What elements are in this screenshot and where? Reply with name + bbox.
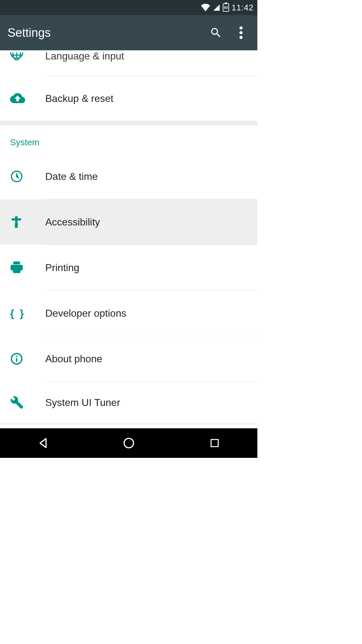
page-title: Settings bbox=[8, 26, 200, 40]
settings-item-label: Accessibility bbox=[45, 216, 100, 228]
wrench-icon bbox=[10, 396, 24, 409]
settings-item-accessibility[interactable]: Accessibility bbox=[0, 199, 257, 245]
settings-item-backup[interactable]: Backup & reset bbox=[0, 76, 257, 121]
cloud-upload-icon bbox=[10, 93, 25, 104]
svg-point-2 bbox=[239, 36, 243, 39]
svg-rect-8 bbox=[17, 223, 18, 228]
home-icon bbox=[123, 437, 135, 449]
section-header-system: System bbox=[0, 125, 257, 154]
svg-rect-14 bbox=[14, 262, 20, 264]
wifi-icon bbox=[201, 4, 210, 11]
settings-item-about[interactable]: About phone bbox=[0, 336, 257, 381]
settings-item-label: System UI Tuner bbox=[45, 397, 120, 408]
settings-item-label: Language & input bbox=[45, 50, 124, 62]
nav-recent-button[interactable] bbox=[196, 434, 233, 452]
search-icon bbox=[210, 26, 222, 39]
info-icon bbox=[10, 352, 23, 365]
svg-point-21 bbox=[124, 438, 134, 448]
settings-item-developer[interactable]: { } Developer options bbox=[0, 291, 257, 336]
svg-point-0 bbox=[239, 26, 243, 30]
settings-item-datetime[interactable]: Date & time bbox=[0, 154, 257, 199]
svg-rect-7 bbox=[15, 223, 16, 228]
overflow-menu-button[interactable] bbox=[232, 24, 250, 42]
settings-item-language[interactable]: Language & input bbox=[0, 50, 257, 75]
search-button[interactable] bbox=[207, 24, 225, 42]
recent-icon bbox=[209, 438, 220, 448]
settings-item-printing[interactable]: Printing bbox=[0, 245, 257, 290]
battery-icon: 83 bbox=[223, 3, 229, 12]
list-end bbox=[0, 423, 257, 425]
accessibility-icon bbox=[10, 215, 23, 229]
svg-point-1 bbox=[239, 31, 243, 34]
section-separator bbox=[0, 121, 257, 125]
clock-icon bbox=[10, 170, 23, 183]
settings-list[interactable]: Language & input Backup & reset System D… bbox=[0, 50, 257, 428]
svg-rect-19 bbox=[16, 358, 17, 362]
settings-item-label: Backup & reset bbox=[45, 93, 113, 104]
svg-point-20 bbox=[16, 356, 18, 357]
status-bar: 83 11:42 bbox=[0, 0, 257, 15]
battery-level: 83 bbox=[224, 6, 228, 9]
settings-item-label: Printing bbox=[45, 262, 80, 274]
nav-home-button[interactable] bbox=[110, 434, 148, 452]
printer-icon bbox=[10, 261, 23, 274]
app-bar: Settings bbox=[0, 15, 257, 50]
globe-icon bbox=[10, 51, 23, 60]
settings-item-tuner[interactable]: System UI Tuner bbox=[0, 382, 257, 423]
status-clock: 11:42 bbox=[232, 3, 254, 13]
signal-icon bbox=[213, 4, 220, 11]
svg-rect-16 bbox=[14, 268, 20, 273]
navigation-bar bbox=[0, 428, 257, 458]
more-vert-icon bbox=[239, 26, 243, 39]
settings-item-label: Developer options bbox=[45, 308, 126, 319]
settings-item-label: Date & time bbox=[45, 171, 98, 182]
nav-back-button[interactable] bbox=[24, 434, 62, 452]
settings-item-label: About phone bbox=[45, 353, 102, 365]
back-icon bbox=[37, 437, 49, 449]
braces-icon: { } bbox=[10, 307, 25, 319]
svg-rect-22 bbox=[211, 440, 218, 447]
